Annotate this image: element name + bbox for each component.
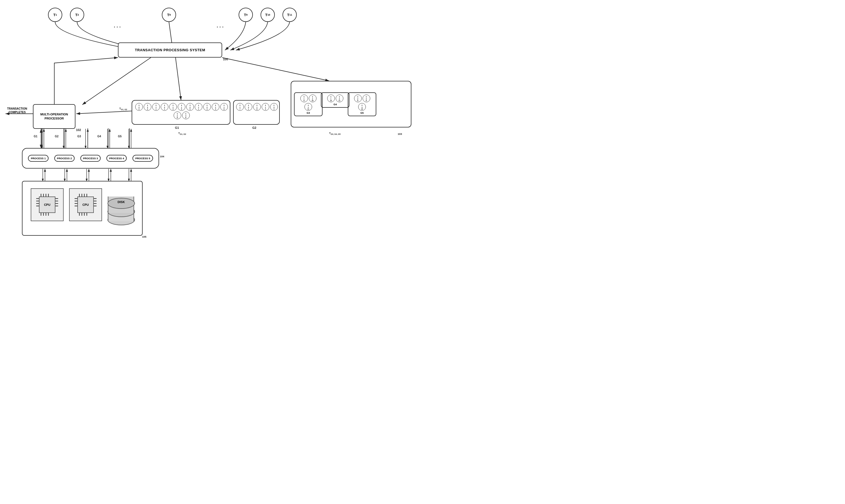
g2-arrow-label: G2 (55, 135, 58, 138)
t-cell: t11 (195, 103, 203, 111)
t-cell: t19 (300, 94, 308, 102)
t-cell: t24 (203, 103, 211, 111)
processes-ref: 104 (160, 155, 164, 158)
g1-label: G1 (175, 126, 179, 129)
g3-arrow-label: G3 (77, 135, 81, 138)
transaction-completes: TRANSACTIONCOMPLETES (1, 107, 33, 114)
t1-circle: T1 (48, 8, 62, 22)
svg-text:. . .: . . . (217, 23, 224, 29)
t-cell: t18 (253, 103, 261, 111)
processes-container: PROCESS 1 PROCESS 2 PROCESS 3 PROCESS 4 … (22, 148, 159, 168)
t8-circle: T8 (162, 8, 176, 22)
tg1g2-arrow-label: TG1, G2 (119, 107, 127, 110)
mop-label: MULTI-OPERATION PROCESSOR (40, 112, 68, 121)
t-cell: t110 (327, 94, 335, 102)
hardware-ref: 105 (142, 235, 146, 238)
t-cell: t25 (186, 103, 194, 111)
t-cell: t17 (236, 103, 244, 111)
t-cell: t14 (212, 103, 219, 111)
disk-label: DISK (107, 197, 135, 208)
g5-label: G5 (360, 111, 364, 114)
t9-circle: T9 (239, 8, 253, 22)
process3: PROCESS 3 (81, 155, 101, 162)
process2: PROCESS 2 (54, 155, 75, 162)
g2-box: t17 t31 t18 t14 t34 (233, 100, 280, 125)
tps-label: TRANSACTION PROCESSING SYSTEM (135, 48, 205, 52)
tps-box: TRANSACTION PROCESSING SYSTEM (118, 42, 222, 57)
svg-text:. . .: . . . (114, 23, 121, 29)
g1-box: t22 t22 t11 t21 t13 t15 t25 t11 t24 t14 … (131, 100, 230, 125)
t11-circle: T11 (282, 8, 297, 22)
g1-arrow-label: G1 (34, 135, 37, 138)
process5: PROCESS 5 (133, 155, 153, 162)
t-cell: t36 (182, 111, 190, 119)
cpu2-icon: CPU (69, 188, 102, 221)
mop-box: MULTI-OPERATION PROCESSOR (33, 104, 75, 129)
tps-ref: 100 (223, 57, 228, 61)
g3-label: G3 (306, 111, 310, 114)
t-cell: t13 (169, 103, 177, 111)
cpu1-icon: CPU (31, 188, 64, 221)
t-cell: t22 (144, 103, 152, 111)
t-cell: t29 (354, 94, 362, 102)
ref-103: 103 (398, 132, 402, 136)
g4-label: G4 (334, 103, 337, 106)
t-cell: t211 (336, 94, 344, 102)
t-cell: t310 (358, 103, 366, 111)
process1: PROCESS 1 (28, 155, 48, 162)
hardware-box: CPU (22, 181, 143, 236)
t-cell: t39 (363, 94, 370, 102)
t-cell: t210 (309, 94, 317, 102)
g4-arrow-label: G4 (98, 135, 101, 138)
t-cell: t26 (174, 111, 181, 119)
t-cell: t34 (270, 103, 278, 111)
t-cell: t31 (245, 103, 252, 111)
t-cell: t14 (262, 103, 269, 111)
t-cell: t16 (220, 103, 228, 111)
queue-box: QUEUE t19 t210 t111 G3 t110 t211 G4 t29 … (291, 81, 411, 127)
process4: PROCESS 4 (106, 155, 127, 162)
t10-circle: T10 (261, 8, 275, 22)
t-cell: t11 (152, 103, 160, 111)
t2-circle: T2 (70, 8, 84, 22)
t-cell: t15 (178, 103, 186, 111)
cpu2-label: CPU (82, 203, 89, 206)
tg1g2-label: TG1, G2 (178, 131, 186, 135)
mop-ref: 102 (76, 128, 81, 131)
t-cell: t21 (161, 103, 169, 111)
t-cell: t22 (135, 103, 143, 111)
tg3g4g5-label: TG3, G4, G5 (329, 131, 341, 135)
disk-icon: DISK (107, 190, 135, 225)
cpu1-label: CPU (44, 203, 50, 206)
t-cell: t111 (304, 103, 312, 111)
g5-arrow-label: G5 (118, 135, 122, 138)
g2-label: G2 (252, 126, 257, 129)
